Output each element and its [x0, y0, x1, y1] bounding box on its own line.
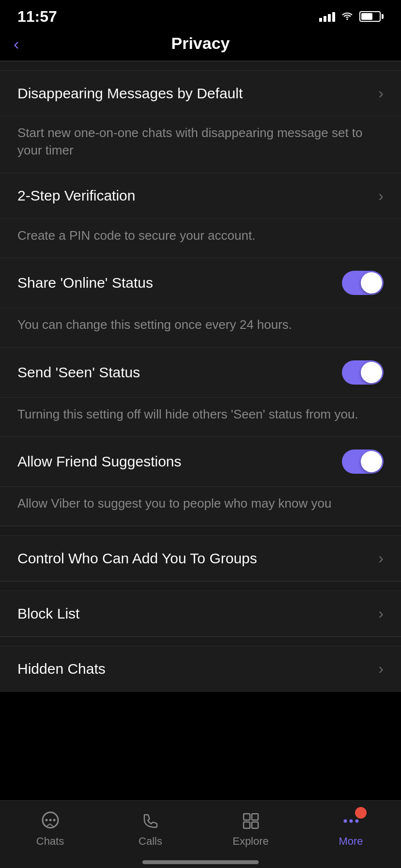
- block-list-row[interactable]: Block List ›: [0, 591, 401, 636]
- disappearing-messages-row[interactable]: Disappearing Messages by Default ›: [0, 71, 401, 116]
- share-online-status-row: Share 'Online' Status: [0, 258, 401, 308]
- control-who-can-add-label: Control Who Can Add You To Groups: [17, 550, 257, 567]
- home-indicator: [142, 860, 259, 864]
- two-step-verification-row[interactable]: 2-Step Verification ›: [0, 173, 401, 219]
- chevron-icon: ›: [378, 84, 384, 102]
- explore-icon: [238, 810, 263, 832]
- svg-point-2: [49, 819, 51, 821]
- share-online-status-desc: You can change this setting once every 2…: [0, 308, 401, 347]
- disappearing-messages-label: Disappearing Messages by Default: [17, 85, 243, 102]
- allow-friend-suggestions-label: Allow Friend Suggestions: [17, 453, 182, 470]
- battery-icon: [359, 11, 384, 22]
- nav-label-calls: Calls: [139, 835, 162, 848]
- share-online-status-label: Share 'Online' Status: [17, 275, 153, 291]
- status-icons: [319, 11, 384, 22]
- calls-icon: [138, 810, 163, 832]
- disappearing-messages-desc: Start new one-on-one chats with disappea…: [0, 116, 401, 173]
- chevron-icon: ›: [378, 604, 384, 622]
- nav-item-calls[interactable]: Calls: [100, 801, 200, 856]
- allow-friend-suggestions-toggle[interactable]: [342, 450, 384, 474]
- top-divider: [0, 61, 401, 71]
- svg-rect-5: [252, 814, 258, 820]
- nav-label-chats: Chats: [36, 835, 64, 848]
- page-title: Privacy: [171, 34, 230, 53]
- svg-point-3: [53, 819, 55, 821]
- header: ‹ Privacy: [0, 29, 401, 61]
- divider-3: [0, 581, 401, 591]
- nav-label-more: More: [339, 835, 363, 848]
- status-bar: 11:57: [0, 0, 401, 29]
- allow-friend-suggestions-desc: Allow Viber to suggest you to people who…: [0, 487, 401, 526]
- toggle-knob: [361, 362, 382, 383]
- back-button[interactable]: ‹: [14, 35, 19, 52]
- svg-rect-6: [244, 822, 250, 828]
- svg-point-1: [45, 819, 47, 821]
- status-time: 11:57: [17, 8, 57, 26]
- allow-friend-suggestions-row: Allow Friend Suggestions: [0, 437, 401, 487]
- more-badge: [354, 806, 368, 820]
- send-seen-status-desc: Turning this setting off will hide other…: [0, 398, 401, 437]
- block-list-label: Block List: [17, 605, 79, 622]
- nav-item-chats[interactable]: Chats: [0, 801, 100, 856]
- divider-4: [0, 636, 401, 646]
- share-online-status-toggle[interactable]: [342, 271, 384, 295]
- wifi-icon: [341, 11, 354, 22]
- divider-2: [0, 526, 401, 536]
- send-seen-status-toggle[interactable]: [342, 360, 384, 385]
- svg-rect-7: [252, 822, 258, 828]
- svg-point-10: [355, 819, 358, 822]
- svg-point-9: [349, 819, 353, 822]
- bottom-nav: Chats Calls Explore: [0, 800, 401, 868]
- signal-icon: [319, 11, 335, 22]
- nav-item-explore[interactable]: Explore: [200, 801, 301, 856]
- hidden-chats-row[interactable]: Hidden Chats ›: [0, 646, 401, 692]
- nav-label-explore: Explore: [232, 835, 269, 848]
- send-seen-status-row: Send 'Seen' Status: [0, 348, 401, 398]
- two-step-verification-label: 2-Step Verification: [17, 187, 135, 204]
- more-icon: [339, 810, 364, 832]
- chevron-icon: ›: [378, 660, 384, 678]
- chevron-icon: ›: [378, 187, 384, 205]
- toggle-knob: [361, 451, 382, 472]
- send-seen-status-label: Send 'Seen' Status: [17, 364, 140, 381]
- svg-point-8: [343, 819, 347, 822]
- toggle-knob: [361, 272, 382, 294]
- chats-icon: [38, 810, 63, 832]
- two-step-verification-desc: Create a PIN code to secure your account…: [0, 219, 401, 258]
- svg-rect-4: [244, 814, 250, 820]
- nav-item-more[interactable]: More: [301, 801, 401, 856]
- control-who-can-add-row[interactable]: Control Who Can Add You To Groups ›: [0, 536, 401, 581]
- chevron-icon: ›: [378, 549, 384, 567]
- settings-scroll: Disappearing Messages by Default › Start…: [0, 61, 401, 769]
- hidden-chats-label: Hidden Chats: [17, 661, 106, 677]
